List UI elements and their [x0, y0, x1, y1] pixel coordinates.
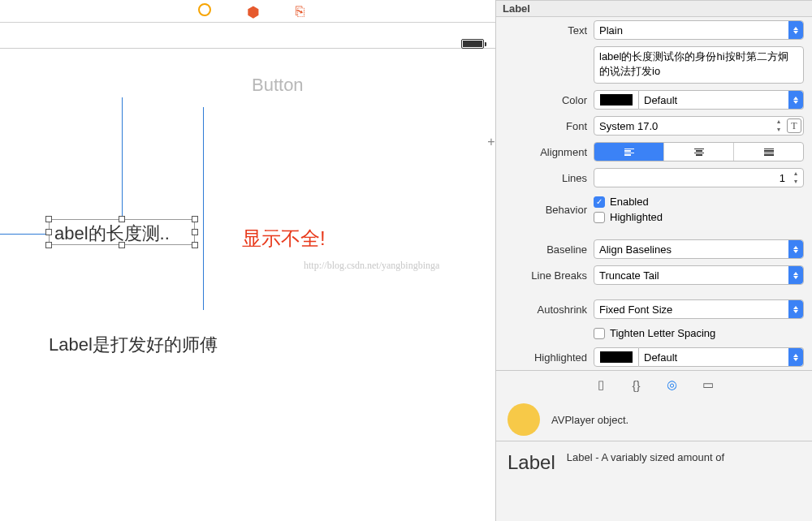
alignment-label: Alignment — [496, 146, 594, 158]
align-center-button[interactable] — [664, 143, 734, 161]
linebreaks-label: Line Breaks — [496, 269, 594, 282]
label-element[interactable]: Label是打发好的师傅 — [49, 333, 218, 357]
behavior-label: Behavior — [496, 204, 594, 216]
resize-handle[interactable] — [119, 242, 125, 248]
avplayer-text: AVPlayer object. — [551, 414, 628, 426]
font-field[interactable]: System 17.0 ▴▾ T — [594, 116, 804, 136]
library-item-avplayer[interactable]: AVPlayer object. — [496, 398, 812, 441]
baseline-row: Baseline Align Baselines — [496, 236, 812, 262]
font-stepper[interactable]: ▴▾ — [774, 118, 784, 134]
highlighted-swatch[interactable] — [594, 347, 639, 367]
enabled-checkbox[interactable]: ✓ — [594, 196, 605, 208]
dropdown-arrows-icon — [788, 266, 803, 284]
battery-icon — [461, 39, 484, 49]
lines-label: Lines — [496, 172, 594, 184]
text-mode-select[interactable]: Plain — [594, 20, 804, 40]
resize-handle[interactable] — [119, 216, 125, 222]
alignment-segmented[interactable] — [594, 142, 804, 161]
dropdown-arrows-icon — [788, 240, 803, 258]
text-label: Text — [496, 24, 594, 37]
constraint-guide — [203, 107, 204, 310]
dropdown-arrows-icon — [788, 91, 803, 109]
object-library-icon[interactable]: ◎ — [665, 377, 680, 392]
file-template-icon[interactable]: ▯ — [594, 377, 608, 392]
behavior-row: Behavior ✓Enabled Highlighted — [496, 191, 812, 228]
resize-handle[interactable] — [192, 242, 198, 248]
baseline-label: Baseline — [496, 243, 594, 256]
color-label: Color — [496, 94, 594, 106]
constraint-guide — [122, 97, 123, 221]
color-swatch[interactable] — [594, 90, 639, 110]
font-label: Font — [496, 120, 594, 132]
breakpoint-icon[interactable] — [198, 3, 211, 16]
lines-row: Lines 1 ▴▾ — [496, 165, 812, 191]
library-item-label[interactable]: Label Label - A variably sized amount of — [496, 441, 812, 477]
resize-handle[interactable] — [192, 216, 198, 222]
constraint-guide — [0, 234, 49, 235]
library-label-desc: Label - A variably sized amount of — [567, 451, 724, 463]
canvas-toolbar: ⬢ ⎘ — [0, 0, 495, 23]
autoshrink-select[interactable]: Fixed Font Size — [594, 299, 804, 319]
align-justify-button[interactable] — [734, 143, 803, 161]
dropdown-arrows-icon — [788, 21, 803, 39]
font-row: Font System 17.0 ▴▾ T — [496, 113, 812, 139]
color-select[interactable]: Default — [639, 90, 804, 110]
exit-icon[interactable]: ⎘ — [296, 3, 310, 18]
highlighted-color-label: Highlighted — [496, 351, 594, 364]
autoshrink-row: Autoshrink Fixed Font Size — [496, 296, 812, 322]
highlighted-color-row: Highlighted Default — [496, 344, 812, 370]
text-mode-row: Text Plain — [496, 17, 812, 43]
avplayer-icon — [508, 403, 540, 436]
resize-handle[interactable] — [45, 229, 52, 235]
button-element[interactable]: Button — [252, 75, 304, 96]
tighten-label: Tighten Letter Spacing — [610, 327, 715, 339]
text-content-textarea[interactable]: label的长度测试你的身份hi按时第二方炯的说法打发io — [594, 46, 804, 84]
tighten-row: Tighten Letter Spacing — [496, 322, 812, 344]
status-bar — [0, 23, 495, 49]
tighten-checkbox[interactable] — [594, 328, 605, 339]
interface-builder-canvas[interactable]: ⬢ ⎘ Button abel的长度测.. 显示不全! http://blog.… — [0, 0, 495, 521]
align-left-button[interactable] — [594, 143, 664, 161]
attributes-inspector: Label Text Plain label的长度测试你的身份hi按时第二方炯的… — [495, 0, 812, 521]
resize-handle[interactable] — [45, 216, 52, 222]
resize-handle[interactable] — [192, 229, 198, 235]
lines-input[interactable]: 1 ▴▾ — [594, 168, 804, 187]
highlighted-select[interactable]: Default — [639, 347, 804, 367]
enabled-label: Enabled — [610, 196, 649, 208]
library-label-title: Label — [508, 451, 555, 474]
inspector-section-title: Label — [496, 0, 812, 17]
media-library-icon[interactable]: ▭ — [701, 377, 715, 392]
library-tab-bar: ▯ {} ◎ ▭ — [496, 370, 812, 398]
font-picker-icon[interactable]: T — [787, 118, 801, 133]
dropdown-arrows-icon — [788, 348, 803, 366]
watermark: http://blog.csdn.net/yangbingbinga — [304, 260, 439, 272]
lines-stepper[interactable]: ▴▾ — [790, 170, 801, 186]
dropdown-arrows-icon — [788, 300, 803, 318]
object-library-icon[interactable]: ⬢ — [247, 3, 261, 18]
text-content-row: label的长度测试你的身份hi按时第二方炯的说法打发io — [496, 43, 812, 87]
annotation-text: 显示不全! — [242, 226, 326, 252]
baseline-select[interactable]: Align Baselines — [594, 239, 804, 259]
linebreaks-select[interactable]: Truncate Tail — [594, 265, 804, 285]
alignment-row: Alignment — [496, 139, 812, 165]
highlighted-label: Highlighted — [610, 211, 663, 223]
color-row: Color Default — [496, 87, 812, 113]
autoshrink-label: Autoshrink — [496, 304, 594, 316]
linebreaks-row: Line Breaks Truncate Tail — [496, 262, 812, 288]
resize-handle[interactable] — [45, 242, 52, 248]
code-snippet-icon[interactable]: {} — [629, 377, 644, 392]
highlighted-checkbox[interactable] — [594, 212, 605, 223]
